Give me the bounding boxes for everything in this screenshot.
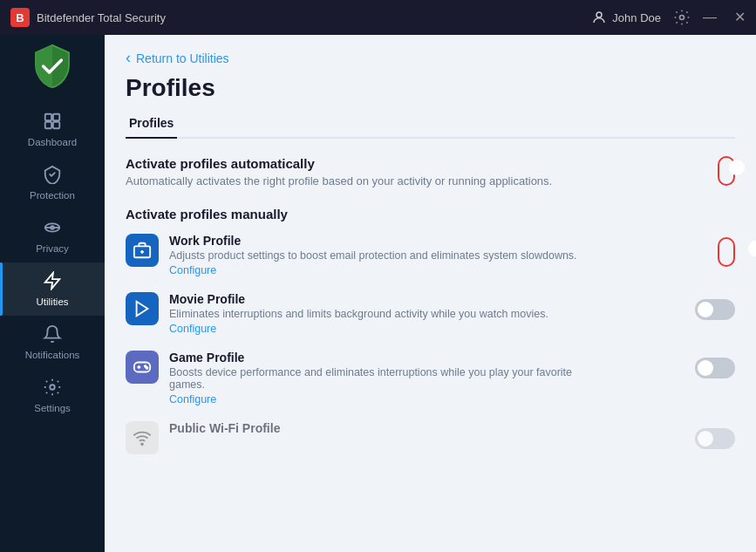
manual-profiles-title: Activate profiles manually (126, 207, 735, 221)
svg-point-1 (680, 16, 684, 20)
user-area[interactable]: John Doe (591, 10, 661, 25)
sidebar-item-privacy[interactable]: Privacy (0, 209, 105, 262)
back-arrow-icon: ‹ (126, 49, 131, 67)
auto-profiles-row: Activate profiles automatically Automati… (126, 156, 735, 187)
svg-point-20 (141, 443, 143, 445)
auto-profiles-text: Activate profiles automatically Automati… (126, 156, 552, 187)
app-logo: B (10, 8, 30, 27)
tab-profiles[interactable]: Profiles (126, 109, 177, 139)
game-profile-name: Game Profile (169, 351, 605, 365)
wifi-profile-icon (126, 421, 159, 454)
shield-logo-icon (30, 44, 75, 89)
wifi-profile-info: Public Wi-Fi Profile (169, 421, 280, 437)
scroll-content: Activate profiles automatically Automati… (105, 139, 756, 552)
sidebar: Dashboard Protection Privacy (0, 35, 105, 552)
sidebar-label-privacy: Privacy (36, 243, 69, 254)
user-icon (591, 10, 607, 25)
game-profile-info: Game Profile Boosts device performance a… (169, 351, 605, 405)
sidebar-item-protection[interactable]: Protection (0, 156, 105, 209)
game-profile-desc: Boosts device performance and eliminates… (169, 366, 605, 391)
svg-point-19 (146, 367, 148, 369)
movie-profile-configure[interactable]: Configure (169, 323, 548, 335)
profile-item-game: Game Profile Boosts device performance a… (126, 351, 735, 405)
svg-rect-4 (45, 122, 51, 128)
settings-icon (43, 378, 62, 399)
minimize-button[interactable]: — (703, 10, 717, 24)
close-button[interactable]: ✕ (734, 10, 746, 24)
movie-toggle-slider (695, 299, 735, 320)
privacy-icon (43, 218, 62, 240)
movie-profile-icon (126, 292, 159, 325)
dashboard-icon (43, 112, 62, 133)
game-profile-left: Game Profile Boosts device performance a… (126, 351, 605, 405)
content-area: ‹ Return to Utilities Profiles Profiles … (105, 35, 756, 552)
sidebar-item-settings[interactable]: Settings (0, 369, 105, 422)
auto-profiles-title: Activate profiles automatically (126, 156, 552, 171)
wifi-toggle-slider (695, 428, 735, 449)
svg-rect-5 (53, 122, 59, 128)
movie-profile-name: Movie Profile (169, 292, 548, 306)
work-profile-desc: Adjusts product settings to boost email … (169, 249, 577, 262)
sidebar-label-settings: Settings (34, 403, 71, 413)
work-profile-right (711, 237, 735, 267)
game-profile-icon (126, 351, 159, 384)
work-toggle-highlight (718, 237, 735, 267)
profile-item-work: Work Profile Adjusts product settings to… (126, 234, 735, 276)
game-profile-right (695, 354, 735, 378)
sidebar-item-utilities[interactable]: Utilities (0, 262, 105, 316)
page-title: Profiles (126, 74, 735, 102)
svg-point-10 (50, 385, 55, 390)
movie-profile-desc: Eliminates interruptions and limits back… (169, 308, 548, 320)
svg-marker-14 (137, 302, 148, 317)
title-bar: B Bitdefender Total Security John Doe — … (0, 0, 756, 35)
game-profile-toggle[interactable] (695, 358, 735, 378)
sidebar-label-utilities: Utilities (36, 296, 68, 307)
sidebar-label-dashboard: Dashboard (28, 137, 77, 147)
profile-item-movie: Movie Profile Eliminates interruptions a… (126, 292, 735, 335)
game-toggle-slider (695, 358, 735, 378)
tabs-bar: Profiles (126, 109, 735, 139)
settings-gear-icon[interactable] (673, 9, 691, 26)
app-name: Bitdefender Total Security (37, 11, 166, 24)
sidebar-label-notifications: Notifications (25, 350, 80, 360)
app-body: Dashboard Protection Privacy (0, 35, 756, 552)
window-controls[interactable]: — ✕ (703, 10, 746, 24)
profile-item-wifi: Public Wi-Fi Profile (126, 421, 735, 454)
sidebar-logo-area (30, 44, 75, 89)
page-header: Profiles (105, 74, 756, 109)
wifi-profile-left: Public Wi-Fi Profile (126, 421, 280, 454)
movie-profile-left: Movie Profile Eliminates interruptions a… (126, 292, 548, 335)
work-profile-configure[interactable]: Configure (169, 264, 577, 276)
auto-toggle-highlight (718, 156, 735, 186)
movie-profile-info: Movie Profile Eliminates interruptions a… (169, 292, 548, 335)
auto-profiles-description: Automatically activates the right profil… (126, 174, 552, 187)
svg-point-0 (596, 12, 602, 17)
movie-profile-toggle[interactable] (695, 299, 735, 320)
movie-profile-right (695, 296, 735, 320)
wifi-profile-toggle[interactable] (695, 428, 735, 449)
utilities-icon (43, 271, 62, 293)
back-nav-label: Return to Utilities (136, 51, 229, 65)
notifications-icon (43, 324, 62, 346)
wifi-profile-name: Public Wi-Fi Profile (169, 421, 280, 435)
svg-rect-3 (53, 114, 59, 120)
work-profile-name: Work Profile (169, 234, 577, 248)
title-bar-left: B Bitdefender Total Security (10, 8, 166, 27)
sidebar-item-notifications[interactable]: Notifications (0, 316, 105, 369)
game-profile-configure[interactable]: Configure (169, 393, 605, 405)
wifi-profile-right (695, 425, 735, 449)
work-profile-info: Work Profile Adjusts product settings to… (169, 234, 577, 276)
work-profile-icon (126, 234, 159, 267)
title-bar-right: John Doe — ✕ (591, 9, 746, 26)
sidebar-item-dashboard[interactable]: Dashboard (0, 103, 105, 156)
work-profile-left: Work Profile Adjusts product settings to… (126, 234, 577, 276)
svg-rect-2 (45, 114, 51, 120)
protection-icon (43, 165, 62, 187)
back-nav[interactable]: ‹ Return to Utilities (105, 35, 756, 74)
user-name: John Doe (612, 11, 661, 24)
sidebar-label-protection: Protection (30, 190, 75, 201)
manual-profiles-section: Activate profiles manually (126, 207, 735, 454)
svg-marker-9 (45, 273, 60, 289)
